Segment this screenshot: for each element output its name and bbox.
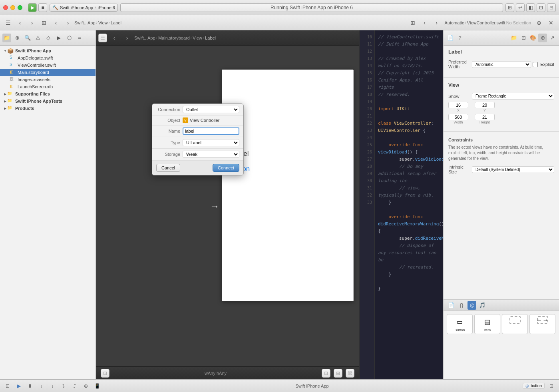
breadcrumb-swift-app[interactable]: Swift...App <box>74 20 95 25</box>
nav-issues-icon[interactable]: ⚠ <box>34 34 42 42</box>
nav-item-supporting[interactable]: ▶ 📁 Supporting Files <box>0 90 95 98</box>
dialog-storage-value[interactable]: Weak <box>183 151 239 158</box>
nav-item-viewcontroller[interactable]: S ViewController.swift <box>0 62 95 69</box>
nav-reports-icon[interactable]: ≡ <box>75 34 84 42</box>
minimize-button[interactable] <box>10 5 15 10</box>
layout-btn-5[interactable]: ⊟ <box>547 3 556 12</box>
nav-toggle-btn[interactable]: ☰ <box>2 18 14 28</box>
util-files-icon[interactable]: 📁 <box>509 34 518 42</box>
nav-debug-icon[interactable]: ▶ <box>54 34 63 42</box>
storyboard-content[interactable]: → Label Button Connection <box>96 46 359 366</box>
nav-breakpoints-icon[interactable]: ⬡ <box>65 34 74 42</box>
sb-toggle-btn[interactable]: ☰ <box>98 34 107 42</box>
status-step-in-btn[interactable]: ⤵ <box>59 382 68 390</box>
util-identity-icon[interactable]: ⊕ <box>538 34 547 42</box>
obj-item-button[interactable]: ▭ Button <box>447 314 473 334</box>
grid-view-btn[interactable]: ⊞ <box>38 18 50 28</box>
obj-lib-objects-icon[interactable]: ◎ <box>467 301 476 310</box>
sb-toggle-bottom[interactable]: ⊡ <box>101 369 109 378</box>
intrinsic-select[interactable]: Default (System Defined) <box>472 166 554 173</box>
back-btn[interactable]: ‹ <box>14 18 26 28</box>
layout-btn-2[interactable]: ↩ <box>516 3 525 12</box>
stop-button[interactable]: ■ <box>38 3 47 12</box>
nav-item-appdelegate[interactable]: S AppDelegate.swift <box>0 54 95 62</box>
nav-symbols-icon[interactable]: ⊕ <box>13 34 22 42</box>
h-input[interactable] <box>475 114 495 120</box>
show-select[interactable]: Frame Rectangle <box>472 93 554 99</box>
nav-search-icon[interactable]: 🔍 <box>23 34 32 42</box>
util-file-icon[interactable]: 📄 <box>446 34 455 42</box>
util-connections-icon[interactable]: ↗ <box>548 34 557 42</box>
sb-breadcrumb-view[interactable]: View <box>193 36 202 40</box>
scheme-selector[interactable]: 🔨 Swift iPhone App › iPhone 6 <box>50 4 118 12</box>
obj-item-dotted1[interactable] <box>502 314 528 334</box>
status-location-btn[interactable]: ⊕ <box>82 382 90 390</box>
breadcrumb-label[interactable]: Label <box>111 20 121 25</box>
dialog-connection-value[interactable]: Outlet <box>183 106 239 113</box>
y-input[interactable] <box>475 102 495 108</box>
nav-item-products[interactable]: ▶ 📁 Products <box>0 105 95 112</box>
w-input[interactable] <box>448 114 468 120</box>
explicit-checkbox[interactable] <box>533 62 538 67</box>
util-attributes-icon[interactable]: 🎨 <box>529 34 537 42</box>
next-nav-btn[interactable]: › <box>62 18 74 28</box>
status-nav-toggle[interactable]: ⊡ <box>3 382 12 390</box>
status-sim-btn[interactable]: 📱 <box>93 382 101 390</box>
sb-breadcrumb-app[interactable]: Swift...App <box>134 36 155 40</box>
obj-lib-files-icon[interactable]: 📄 <box>447 301 456 310</box>
sb-forward-btn[interactable]: › <box>121 33 133 43</box>
status-util-toggle[interactable]: ⊡ <box>547 382 556 390</box>
nav-item-images[interactable]: 🖼 Images.xcassets <box>0 76 95 83</box>
sb-fit-btn[interactable]: ⊞ <box>334 369 342 378</box>
maximize-button[interactable] <box>18 5 22 10</box>
obj-item-dotted2[interactable]: ←→ <box>529 314 555 334</box>
close-button[interactable] <box>3 5 8 10</box>
nav-item-mainstoryboard[interactable]: ◧ Main.storyboard <box>0 69 95 76</box>
close-editor-btn[interactable]: ✕ <box>545 18 557 28</box>
connect-button[interactable]: Connect <box>213 164 239 172</box>
right-grid-btn[interactable]: ⊞ <box>407 18 418 28</box>
forward-btn[interactable]: › <box>26 18 38 28</box>
nav-item-tests[interactable]: ▶ 📁 Swift iPhone AppTests <box>0 98 95 105</box>
preferred-width-select[interactable]: Automatic <box>472 61 531 68</box>
sb-back-btn[interactable]: ‹ <box>109 33 120 43</box>
breadcrumb-automatic[interactable]: Automatic <box>445 20 464 25</box>
obj-item-item[interactable]: ▤ Item <box>474 314 500 334</box>
sb-link-btn[interactable]: ⛓ <box>346 369 354 378</box>
status-step-out-btn[interactable]: ⤴ <box>70 382 79 390</box>
breadcrumb-view[interactable]: View <box>98 20 108 25</box>
x-input[interactable] <box>448 102 468 108</box>
sb-breadcrumb-storyboard[interactable]: Main.storyboard <box>158 36 190 40</box>
status-pause-btn[interactable]: ⏸ <box>26 382 34 390</box>
run-button[interactable]: ▶ <box>28 3 37 12</box>
type-select[interactable]: UILabel <box>183 139 239 146</box>
status-step-over-btn[interactable]: ↓ <box>48 382 57 390</box>
right-prev-btn[interactable]: ‹ <box>419 18 430 28</box>
layout-btn-4[interactable]: ⊡ <box>537 3 545 12</box>
util-size-icon[interactable]: ⊡ <box>519 34 528 42</box>
util-quick-help-icon[interactable]: ? <box>456 34 464 42</box>
sb-zoom-btn[interactable]: ⊡ <box>322 369 330 378</box>
code-line-33: } <box>378 285 440 293</box>
cancel-button[interactable]: Cancel <box>156 164 180 172</box>
sb-breadcrumb-label[interactable]: Label <box>205 36 216 40</box>
right-next-btn[interactable]: › <box>431 18 442 28</box>
dialog-type-value[interactable]: UILabel <box>183 139 239 146</box>
layout-btn-1[interactable]: ⊞ <box>505 3 514 12</box>
name-input[interactable] <box>183 127 239 135</box>
nav-files-icon[interactable]: 📁 <box>2 34 11 42</box>
breadcrumb-viewcontroller[interactable]: ViewController.swift <box>467 20 505 25</box>
storage-select[interactable]: Weak <box>183 151 239 158</box>
status-step-btn[interactable]: ↓ <box>37 382 46 390</box>
nav-item-launchscreen[interactable]: ◧ LaunchScreen.xib <box>0 83 95 90</box>
obj-lib-media-icon[interactable]: 🎵 <box>478 301 487 310</box>
prev-nav-btn[interactable]: ‹ <box>50 18 62 28</box>
add-editor-btn[interactable]: ⊕ <box>533 18 545 28</box>
status-play-btn[interactable]: ▶ <box>14 382 23 390</box>
dialog-name-value[interactable] <box>183 127 239 135</box>
layout-btn-3[interactable]: ◧ <box>526 3 535 12</box>
connection-select[interactable]: Outlet <box>183 106 239 113</box>
obj-lib-code-icon[interactable]: {} <box>457 301 466 310</box>
nav-item-root[interactable]: ▾ 📦 Swift iPhone App <box>0 47 95 54</box>
nav-tests-icon[interactable]: ◇ <box>44 34 53 42</box>
